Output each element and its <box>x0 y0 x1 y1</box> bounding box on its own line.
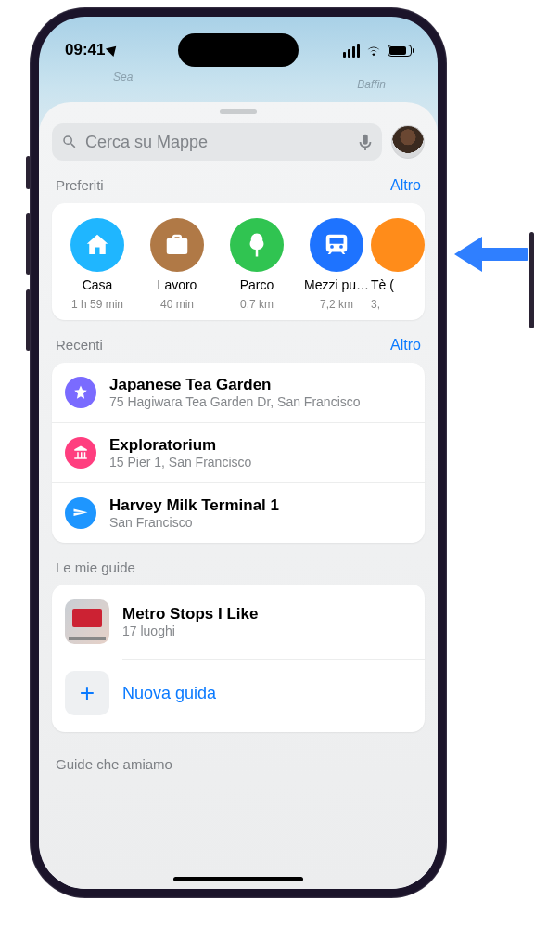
plus-icon: + <box>65 671 109 715</box>
favorite-home[interactable]: Casa 1 h 59 min <box>57 218 137 311</box>
favorite-label: Mezzi pu… <box>304 277 369 292</box>
favorite-sub: 0,7 km <box>240 298 274 311</box>
favorite-label: Tè ( <box>371 277 394 292</box>
favorites-row[interactable]: Casa 1 h 59 min Lavoro 40 min Parco 0,7 … <box>52 203 425 320</box>
recents-card: Japanese Tea Garden 75 Hagiwara Tea Gard… <box>52 363 425 543</box>
search-icon <box>61 134 78 150</box>
my-guides-title: Le mie guide <box>56 559 135 575</box>
favorites-title: Preferiti <box>56 177 104 193</box>
star-icon <box>65 377 96 408</box>
transit-icon <box>310 218 363 272</box>
search-input[interactable] <box>85 133 350 152</box>
favorite-sub: 3, <box>371 298 380 311</box>
phone-side-button <box>529 232 534 328</box>
map-label-sea: Sea <box>113 71 133 84</box>
sheet-grabber[interactable] <box>220 109 257 114</box>
screen: 09:41 Sea Baffin P <box>39 17 438 889</box>
wifi-icon <box>365 44 382 57</box>
guide-thumbnail <box>65 599 109 644</box>
recents-more-link[interactable]: Altro <box>390 337 421 354</box>
favorite-sub: 1 h 59 min <box>71 298 123 311</box>
new-guide-label: Nuova guida <box>122 684 216 703</box>
recent-item[interactable]: Exploratorium 15 Pier 1, San Francisco <box>52 422 425 482</box>
location-services-icon <box>106 43 121 58</box>
tree-icon <box>230 218 284 272</box>
recent-sub: San Francisco <box>109 515 412 530</box>
favorite-label: Casa <box>83 277 113 292</box>
recent-title: Exploratorium <box>109 436 412 455</box>
battery-icon <box>388 45 412 57</box>
recent-item[interactable]: Japanese Tea Garden 75 Hagiwara Tea Gard… <box>52 363 425 422</box>
favorite-sub: 40 min <box>160 298 194 311</box>
guides-we-love-title: Guide che amiamo <box>56 756 421 772</box>
recent-sub: 15 Pier 1, San Francisco <box>109 455 412 469</box>
dynamic-island <box>178 33 299 67</box>
favorites-card: Casa 1 h 59 min Lavoro 40 min Parco 0,7 … <box>52 203 425 320</box>
microphone-icon[interactable] <box>358 133 373 151</box>
recent-sub: 75 Hagiwara Tea Garden Dr, San Francisco <box>109 394 412 409</box>
home-indicator[interactable] <box>173 877 303 881</box>
museum-icon <box>65 437 96 469</box>
search-sheet: Preferiti Altro Casa 1 h 59 min Lavoro 4… <box>39 102 438 889</box>
guide-title: Metro Stops I Like <box>122 605 412 624</box>
briefcase-icon <box>150 218 204 272</box>
favorite-work[interactable]: Lavoro 40 min <box>137 218 217 311</box>
recent-item[interactable]: Harvey Milk Terminal 1 San Francisco <box>52 482 425 543</box>
favorite-label: Parco <box>240 277 274 292</box>
status-time: 09:41 <box>65 41 105 59</box>
phone-frame: 09:41 Sea Baffin P <box>30 7 447 898</box>
plane-icon <box>65 497 96 529</box>
annotation-arrow <box>454 237 528 270</box>
favorite-park[interactable]: Parco 0,7 km <box>217 218 297 311</box>
favorite-tea[interactable]: Tè ( 3, <box>376 218 425 311</box>
guide-sub: 17 luoghi <box>122 624 412 638</box>
home-icon <box>70 218 124 272</box>
recents-title: Recenti <box>56 337 103 353</box>
favorites-more-link[interactable]: Altro <box>390 177 421 194</box>
search-field[interactable] <box>52 123 382 161</box>
profile-avatar[interactable] <box>391 125 425 159</box>
map-label-baffin: Baffin <box>357 78 386 91</box>
favorite-sub: 7,2 km <box>320 298 353 311</box>
cell-signal-icon <box>343 44 360 58</box>
pin-icon <box>371 218 425 272</box>
favorite-transit[interactable]: Mezzi pu… 7,2 km <box>297 218 376 311</box>
guide-item[interactable]: Metro Stops I Like 17 luoghi <box>52 585 425 659</box>
favorite-label: Lavoro <box>158 277 197 292</box>
guides-card: Metro Stops I Like 17 luoghi + Nuova gui… <box>52 585 425 732</box>
recent-title: Japanese Tea Garden <box>109 376 412 394</box>
recent-title: Harvey Milk Terminal 1 <box>109 496 412 515</box>
new-guide-button[interactable]: + Nuova guida <box>52 660 425 732</box>
